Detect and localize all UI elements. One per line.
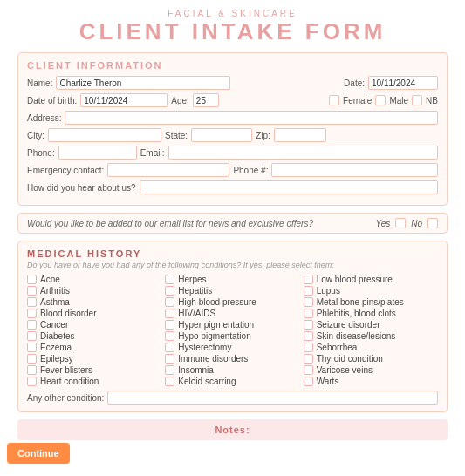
condition-checkbox[interactable] xyxy=(27,320,37,330)
condition-checkbox[interactable] xyxy=(304,320,313,330)
condition-item: Metal bone pins/plates xyxy=(304,297,438,307)
nb-checkbox[interactable] xyxy=(412,95,422,105)
hear-input[interactable] xyxy=(140,180,438,194)
condition-checkbox[interactable] xyxy=(165,286,174,296)
female-checkbox[interactable] xyxy=(329,95,339,105)
condition-checkbox[interactable] xyxy=(165,365,174,375)
emergency-label: Emergency contact: xyxy=(27,166,104,175)
condition-checkbox[interactable] xyxy=(304,297,313,307)
condition-item: Phlebitis, blood clots xyxy=(304,309,438,318)
condition-checkbox[interactable] xyxy=(165,320,174,330)
condition-checkbox[interactable] xyxy=(304,377,313,386)
conditions-grid: AcneHerpesLow blood pressureArthritisHep… xyxy=(27,275,438,386)
name-date-row: Name: Date: xyxy=(27,76,438,90)
dob-row: Date of birth: Age: Female Male NB xyxy=(27,93,438,107)
client-info-section: CLIENT INFORMATION Name: Date: Date of b… xyxy=(17,52,448,206)
condition-label: Thyroid condition xyxy=(317,354,383,364)
medical-subtitle: Do you have or have you had any of the f… xyxy=(27,261,438,269)
condition-label: Low blood pressure xyxy=(317,275,393,284)
condition-checkbox[interactable] xyxy=(27,331,37,341)
condition-checkbox[interactable] xyxy=(304,331,313,341)
condition-checkbox[interactable] xyxy=(27,377,37,386)
name-input[interactable] xyxy=(56,76,230,90)
phone-input[interactable] xyxy=(58,146,137,160)
age-input[interactable] xyxy=(193,93,219,107)
condition-label: Herpes xyxy=(178,275,206,284)
condition-label: Hepatitis xyxy=(178,286,212,296)
condition-label: Heart condition xyxy=(40,377,99,386)
condition-checkbox[interactable] xyxy=(304,365,313,375)
condition-checkbox[interactable] xyxy=(27,297,37,307)
condition-item: Diabetes xyxy=(27,331,161,341)
emergency-phone-input[interactable] xyxy=(271,163,438,177)
condition-label: Fever blisters xyxy=(40,365,92,375)
condition-label: Lupus xyxy=(317,286,340,296)
emergency-input[interactable] xyxy=(107,163,229,177)
condition-label: Immune disorders xyxy=(178,354,248,364)
state-input[interactable] xyxy=(191,128,252,142)
condition-checkbox[interactable] xyxy=(304,309,313,318)
condition-checkbox[interactable] xyxy=(165,275,174,284)
condition-label: Hyper pigmentation xyxy=(178,320,254,330)
condition-checkbox[interactable] xyxy=(27,309,37,318)
male-checkbox[interactable] xyxy=(375,95,386,105)
condition-checkbox[interactable] xyxy=(165,309,174,318)
condition-checkbox[interactable] xyxy=(165,343,174,352)
condition-label: Hysterectomy xyxy=(178,343,231,352)
other-label: Any other condition: xyxy=(27,393,104,403)
condition-item: Blood disorder xyxy=(27,309,161,318)
condition-checkbox[interactable] xyxy=(165,331,174,341)
condition-checkbox[interactable] xyxy=(165,354,174,364)
condition-checkbox[interactable] xyxy=(304,343,313,352)
condition-item: High blood pressure xyxy=(165,297,299,307)
email-input[interactable] xyxy=(168,146,439,160)
condition-checkbox[interactable] xyxy=(165,377,174,386)
condition-checkbox[interactable] xyxy=(304,354,313,364)
condition-checkbox[interactable] xyxy=(165,297,174,307)
condition-label: Warts xyxy=(317,377,339,386)
yes-label: Yes xyxy=(376,219,391,228)
address-row: Address: xyxy=(27,111,438,125)
condition-item: Cancer xyxy=(27,320,161,330)
other-condition-input[interactable] xyxy=(107,391,438,405)
condition-checkbox[interactable] xyxy=(27,275,37,284)
condition-item: Hysterectomy xyxy=(165,343,299,352)
no-checkbox[interactable] xyxy=(427,218,438,228)
condition-label: Asthma xyxy=(40,297,70,307)
emergency-row: Emergency contact: Phone #: xyxy=(27,163,438,177)
condition-checkbox[interactable] xyxy=(27,354,37,364)
condition-item: Epilepsy xyxy=(27,354,161,364)
medical-title: MEDICAL HISTORY xyxy=(27,248,438,259)
condition-item: Immune disorders xyxy=(165,354,299,364)
condition-label: High blood pressure xyxy=(178,297,256,307)
zip-input[interactable] xyxy=(274,128,326,142)
condition-checkbox[interactable] xyxy=(304,275,313,284)
medical-history-section: MEDICAL HISTORY Do you have or have you … xyxy=(17,241,448,412)
date-input[interactable] xyxy=(368,76,438,90)
continue-button[interactable]: Continue xyxy=(7,443,70,464)
condition-item: Fever blisters xyxy=(27,365,161,375)
city-label: City: xyxy=(27,131,44,140)
condition-label: HIV/AIDS xyxy=(178,309,215,318)
condition-label: Skin disease/lesions xyxy=(317,331,396,341)
header-title: CLIENT INTAKE FORM xyxy=(17,18,448,45)
condition-checkbox[interactable] xyxy=(27,343,37,352)
male-label: Male xyxy=(389,96,408,105)
hear-row: How did you hear about us? xyxy=(27,180,438,194)
condition-checkbox[interactable] xyxy=(27,365,37,375)
phone-row: Phone: Email: xyxy=(27,146,438,160)
condition-checkbox[interactable] xyxy=(27,286,37,296)
condition-item: Heart condition xyxy=(27,377,161,386)
condition-item: Arthritis xyxy=(27,286,161,296)
email-question-section: Would you like to be added to our email … xyxy=(17,213,448,234)
email-label: Email: xyxy=(140,148,165,158)
condition-checkbox[interactable] xyxy=(304,286,313,296)
condition-item: Keloid scarring xyxy=(165,377,299,386)
condition-item: Thyroid condition xyxy=(304,354,438,364)
name-label: Name: xyxy=(27,78,52,88)
city-input[interactable] xyxy=(48,128,161,142)
address-input[interactable] xyxy=(65,111,438,125)
dob-input[interactable] xyxy=(80,93,168,107)
form-header: FACIAL & SKINCARE CLIENT INTAKE FORM xyxy=(17,9,448,45)
yes-checkbox[interactable] xyxy=(395,218,406,228)
